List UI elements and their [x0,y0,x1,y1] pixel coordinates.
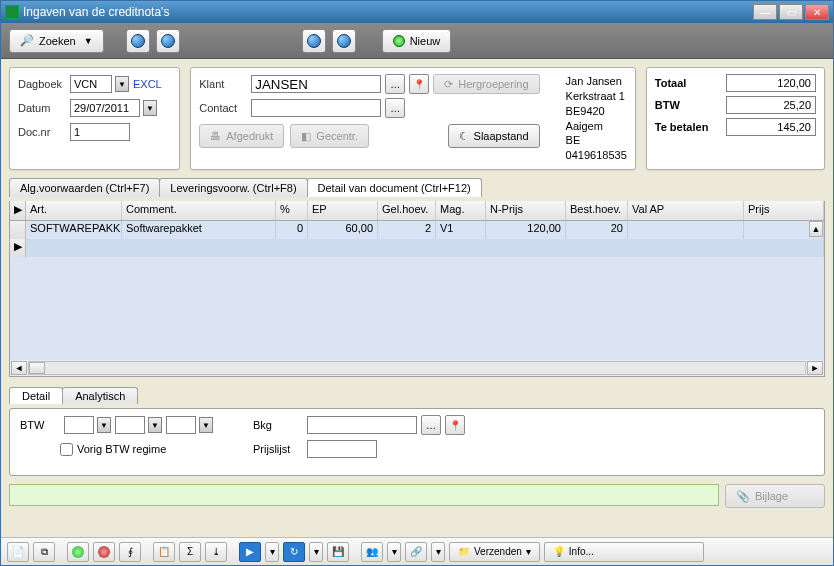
addr-street: Kerkstraat 1 [566,89,627,104]
vscroll-up[interactable]: ▲ [809,221,823,237]
nav-last-button[interactable] [332,29,356,53]
sb-link[interactable]: 🔗 [405,542,427,562]
nieuw-button[interactable]: Nieuw [382,29,452,53]
btw-drop3[interactable]: ▼ [199,417,213,433]
sb-right[interactable]: ▶ [239,542,261,562]
sb-users-split[interactable]: ▾ [387,542,401,562]
hscroll-thumb[interactable] [29,362,45,374]
sb-users[interactable]: 👥 [361,542,383,562]
table-row[interactable]: SOFTWAREPAKKE Softwarepakket 0 60,00 2 V… [10,221,824,239]
sb-export[interactable]: ⤓ [205,542,227,562]
btw-drop2[interactable]: ▼ [148,417,162,433]
cell-art[interactable]: SOFTWAREPAKKE [26,221,122,239]
btw-detail-label: BTW [20,419,60,431]
sb-refresh[interactable]: ↻ [283,542,305,562]
attachment-icon: 📎 [736,490,750,503]
contact-ellipsis-button[interactable]: … [385,98,405,118]
col-valap[interactable]: Val AP [628,201,744,220]
verzenden-button[interactable]: 📁 Verzenden ▾ [449,542,540,562]
col-besthoev[interactable]: Best.hoev. [566,201,628,220]
bijlage-path-input[interactable] [9,484,719,506]
btw-drop1[interactable]: ▼ [97,417,111,433]
cell-valap[interactable] [628,221,744,239]
info-label: Info... [569,546,594,557]
prijslijst-input[interactable] [307,440,377,458]
chevron-down-icon: ▼ [84,36,93,46]
klant-input[interactable] [251,75,381,93]
center-icon: ◧ [301,130,311,143]
col-prijs[interactable]: Prijs [744,201,824,220]
globe-first-icon [307,34,321,48]
col-comment[interactable]: Comment. [122,201,276,220]
datum-label: Datum [18,102,66,114]
tebetalen-label: Te betalen [655,121,709,133]
nav-prev-button[interactable] [126,29,150,53]
gecentr-button: ◧ Gecentr. [290,124,369,148]
cell-gelhoev[interactable]: 2 [378,221,436,239]
hscroll-left[interactable]: ◄ [11,361,27,375]
bkg-pin-button[interactable]: 📍 [445,415,465,435]
subtab-detail[interactable]: Detail [9,387,63,404]
dagboek-combo[interactable] [70,75,112,93]
minimize-button[interactable]: — [753,4,777,20]
sb-link-split[interactable]: ▾ [431,542,445,562]
contact-input[interactable] [251,99,381,117]
klant-label: Klant [199,78,247,90]
table-row-empty[interactable]: ▶ [10,239,824,257]
cell-pct[interactable]: 0 [276,221,308,239]
hscroll-right[interactable]: ► [807,361,823,375]
cell-mag[interactable]: V1 [436,221,486,239]
cell-besthoev[interactable]: 20 [566,221,628,239]
subtab-analytisch[interactable]: Analytisch [62,387,138,404]
sb-add[interactable] [67,542,89,562]
col-ep[interactable]: EP [308,201,378,220]
klant-pin-button[interactable]: 📍 [409,74,429,94]
col-mag[interactable]: Mag. [436,201,486,220]
col-art[interactable]: Art. [26,201,122,220]
datum-dropdown[interactable]: ▼ [143,100,157,116]
sb-form[interactable]: 📋 [153,542,175,562]
sb-refresh-split[interactable]: ▾ [309,542,323,562]
col-gelhoev[interactable]: Gel.hoev. [378,201,436,220]
close-button[interactable]: ✕ [805,4,829,20]
document-tabs: Alg.voorwaarden (Ctrl+F7) Leveringsvoorw… [9,178,825,197]
bijlage-button: 📎 Bijlage [725,484,825,508]
bkg-input[interactable] [307,416,417,434]
sb-save[interactable]: 💾 [327,542,349,562]
cell-ep[interactable]: 60,00 [308,221,378,239]
col-pct[interactable]: % [276,201,308,220]
sb-formula[interactable]: ∮ [119,542,141,562]
btw-combo3[interactable] [166,416,196,434]
nav-first-button[interactable] [302,29,326,53]
btw-combo1[interactable] [64,416,94,434]
klant-ellipsis-button[interactable]: … [385,74,405,94]
bijlage-label: Bijlage [755,490,788,502]
slaapstand-button[interactable]: ☾ Slaapstand [448,124,540,148]
customer-address: Jan Jansen Kerkstraat 1 BE9420 Aaigem BE… [566,74,627,163]
bkg-ellipsis-button[interactable]: … [421,415,441,435]
dagboek-label: Dagboek [18,78,66,90]
totaal-label: Totaal [655,77,687,89]
tab-detail-document[interactable]: Detail van document (Ctrl+F12) [307,178,482,197]
sb-copy[interactable]: ⧉ [33,542,55,562]
sb-new[interactable]: 📄 [7,542,29,562]
cell-comment[interactable]: Softwarepakket [122,221,276,239]
nav-next-button[interactable] [156,29,180,53]
datum-input[interactable] [70,99,140,117]
maximize-button[interactable]: ▭ [779,4,803,20]
cell-nprijs[interactable]: 120,00 [486,221,566,239]
vorig-btw-checkbox[interactable] [60,443,73,456]
docnr-input[interactable] [70,123,130,141]
tab-leveringsvoorw[interactable]: Leveringsvoorw. (Ctrl+F8) [159,178,307,197]
dagboek-dropdown[interactable]: ▼ [115,76,129,92]
excl-link[interactable]: EXCL [133,78,162,90]
col-nprijs[interactable]: N-Prijs [486,201,566,220]
tab-algvoorwaarden[interactable]: Alg.voorwaarden (Ctrl+F7) [9,178,160,197]
sb-delete[interactable] [93,542,115,562]
info-button[interactable]: 💡 Info... [544,542,704,562]
hscroll-track[interactable] [28,361,806,375]
zoeken-button[interactable]: 🔎 Zoeken ▼ [9,29,104,53]
sb-right-split[interactable]: ▾ [265,542,279,562]
btw-combo2[interactable] [115,416,145,434]
sb-sum[interactable]: Σ [179,542,201,562]
